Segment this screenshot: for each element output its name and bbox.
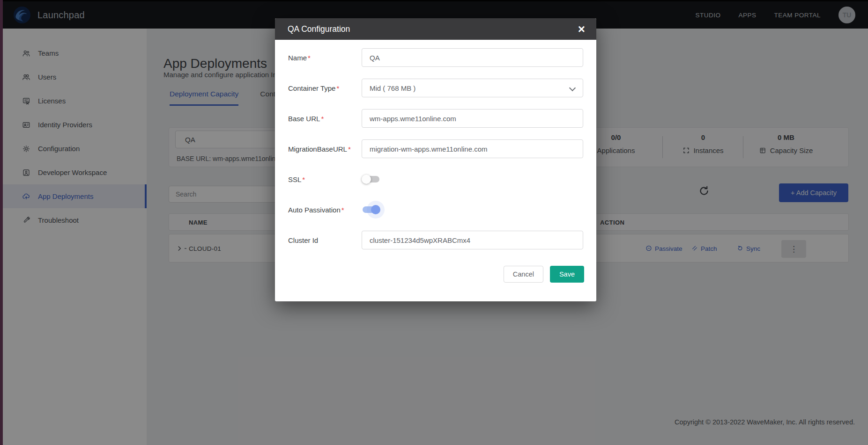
save-button[interactable]: Save <box>550 266 584 283</box>
field-cluster-id: Cluster Id <box>288 231 583 249</box>
modal-body: Name* Container Type* Mid ( 768 MB ) Bas… <box>275 40 596 249</box>
field-label: MigrationBaseURL* <box>288 145 362 153</box>
field-auto-passivation: Auto Passivation* <box>288 200 583 219</box>
field-label-text: Auto Passivation <box>288 206 341 214</box>
auto-passivation-toggle[interactable] <box>363 206 379 213</box>
required-asterisk: * <box>336 84 339 92</box>
ssl-toggle[interactable] <box>363 176 379 182</box>
toggle-knob <box>362 175 371 184</box>
name-input[interactable] <box>362 48 583 67</box>
modal-header: QA Configuration × <box>275 18 596 40</box>
app-root: Launchpad STUDIO APPS TEAM PORTAL TU Tea… <box>0 0 868 445</box>
required-asterisk: * <box>321 115 324 123</box>
required-asterisk: * <box>341 206 344 214</box>
field-label: Auto Passivation* <box>288 206 362 214</box>
qa-configuration-modal: QA Configuration × Name* Container Type*… <box>275 18 596 301</box>
field-label: Name* <box>288 54 362 62</box>
field-container-type: Container Type* Mid ( 768 MB ) <box>288 79 583 97</box>
field-ssl: SSL* <box>288 170 583 189</box>
field-label-text: SSL <box>288 175 301 183</box>
field-label: Base URL* <box>288 115 362 123</box>
field-label: SSL* <box>288 175 362 183</box>
field-name: Name* <box>288 48 583 67</box>
required-asterisk: * <box>348 145 351 153</box>
field-label-text: Name <box>288 54 307 62</box>
field-label-text: Container Type <box>288 84 335 92</box>
field-label: Container Type* <box>288 84 362 92</box>
close-icon[interactable]: × <box>578 23 585 35</box>
field-migration-base-url: MigrationBaseURL* <box>288 139 583 158</box>
field-label-text: Base URL <box>288 115 320 123</box>
field-label-text: Cluster Id <box>288 236 318 244</box>
required-asterisk: * <box>308 54 311 62</box>
container-type-select[interactable]: Mid ( 768 MB ) <box>362 79 583 97</box>
cancel-button[interactable]: Cancel <box>504 266 543 283</box>
base-url-input[interactable] <box>362 109 583 128</box>
cluster-id-input[interactable] <box>362 231 583 249</box>
modal-footer: Cancel Save <box>275 261 596 301</box>
modal-title: QA Configuration <box>288 24 350 34</box>
toggle-knob <box>371 205 380 214</box>
field-base-url: Base URL* <box>288 109 583 128</box>
field-label-text: MigrationBaseURL <box>288 145 347 153</box>
select-value: Mid ( 768 MB ) <box>370 84 415 92</box>
migration-base-url-input[interactable] <box>362 139 583 158</box>
required-asterisk: * <box>302 175 305 183</box>
field-label: Cluster Id <box>288 236 362 244</box>
chevron-down-icon <box>569 85 576 91</box>
